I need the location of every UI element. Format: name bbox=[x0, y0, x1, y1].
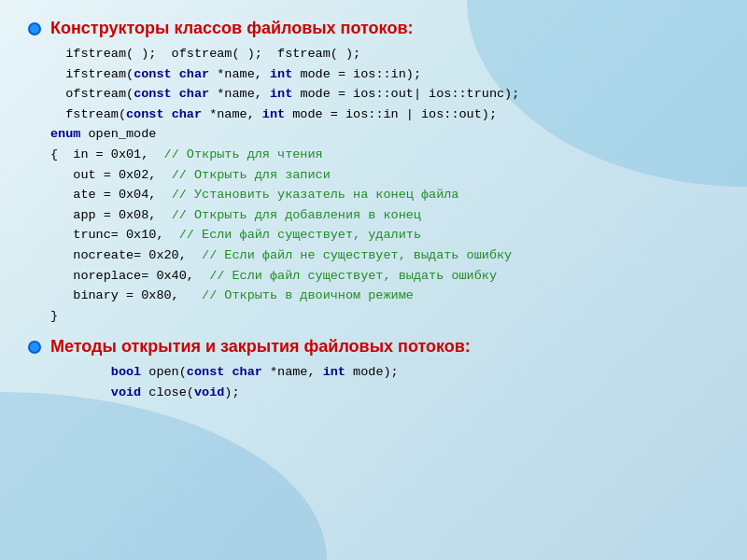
code-line-brace-close: } bbox=[50, 306, 719, 327]
code-line-close: void close(void); bbox=[50, 383, 719, 403]
code-line-nocreate: nocreate= 0x20, // Если файл не существу… bbox=[50, 245, 719, 266]
code-line-open: bool open(const char *name, int mode); bbox=[50, 362, 719, 383]
code-block-1: ifstream( ); ofstream( ); fstream( ); if… bbox=[50, 44, 719, 326]
code-line-noreplace: noreplace= 0x40, // Если файл существует… bbox=[50, 266, 719, 287]
code-line-4: fstream(const char *name, int mode = ios… bbox=[50, 105, 719, 125]
code-line-3: ofstream(const char *name, int mode = io… bbox=[50, 84, 719, 105]
section-methods: Методы открытия и закрытия файловых пото… bbox=[28, 337, 719, 402]
code-line-out: out = 0x02, // Открыть для записи bbox=[50, 165, 719, 186]
code-line-enum: enum open_mode bbox=[50, 124, 719, 145]
code-block-2: bool open(const char *name, int mode); v… bbox=[50, 362, 719, 402]
section-constructors: Конструкторы классов файловых потоков: i… bbox=[28, 19, 719, 326]
code-line-binary: binary = 0x80, // Открыть в двоичном реж… bbox=[50, 286, 719, 306]
section2-title: Методы открытия и закрытия файловых пото… bbox=[50, 337, 471, 357]
code-line-ate: ate = 0x04, // Установить указатель на к… bbox=[50, 185, 719, 205]
code-line-brace-open: { in = 0x01, // Открыть для чтения bbox=[50, 145, 719, 165]
bullet-icon-1 bbox=[28, 22, 41, 35]
code-line-1: ifstream( ); ofstream( ); fstream( ); bbox=[50, 44, 719, 64]
section1-title: Конструкторы классов файловых потоков: bbox=[50, 19, 413, 38]
bullet-icon-2 bbox=[28, 341, 41, 354]
code-line-trunc: trunc= 0x10, // Если файл существует, уд… bbox=[50, 225, 719, 245]
code-line-app: app = 0x08, // Открыть для добавления в … bbox=[50, 205, 719, 226]
code-line-2: ifstream(const char *name, int mode = io… bbox=[50, 64, 719, 85]
